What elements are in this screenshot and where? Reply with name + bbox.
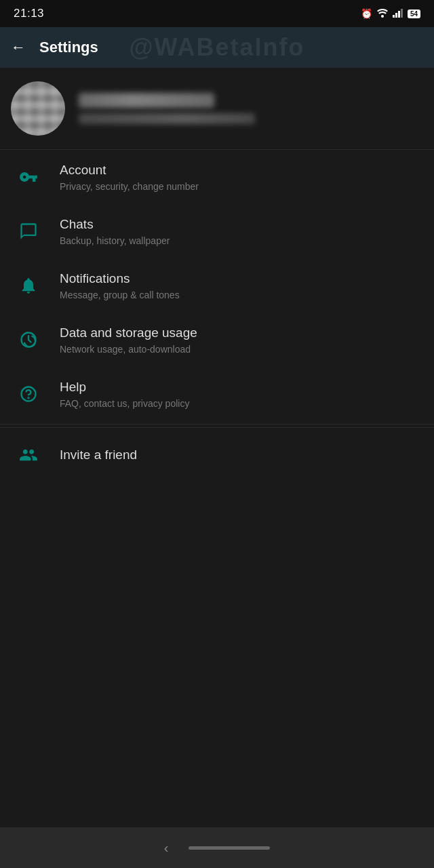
help-sublabel: FAQ, contact us, privacy policy — [60, 398, 420, 409]
data-text: Data and storage usage Network usage, au… — [60, 325, 420, 355]
chats-sublabel: Backup, history, wallpaper — [60, 235, 420, 246]
bottom-nav: ‹ — [0, 827, 434, 868]
status-icons: ⏰ 54 — [361, 8, 420, 20]
menu-item-help[interactable]: Help FAQ, contact us, privacy policy — [0, 367, 434, 421]
people-icon — [19, 446, 38, 465]
status-time: 21:13 — [14, 7, 44, 20]
data-icon-wrap — [14, 330, 43, 349]
svg-rect-2 — [395, 13, 397, 18]
account-text: Account Privacy, security, change number — [60, 162, 420, 192]
key-icon — [19, 167, 38, 186]
help-icon — [19, 384, 38, 403]
account-label: Account — [60, 162, 420, 179]
svg-rect-3 — [398, 11, 400, 18]
nav-back-chevron[interactable]: ‹ — [164, 840, 169, 856]
menu-item-invite[interactable]: Invite a friend — [0, 428, 434, 482]
invite-icon-wrap — [14, 446, 43, 465]
bell-icon — [19, 276, 38, 295]
notifications-icon-wrap — [14, 276, 43, 295]
content-spacer — [0, 655, 434, 828]
invite-section: Invite a friend — [0, 427, 434, 482]
status-bar: 21:13 ⏰ 54 — [0, 0, 434, 27]
avatar — [11, 81, 65, 136]
profile-section[interactable] — [0, 68, 434, 150]
help-label: Help — [60, 379, 420, 396]
help-icon-wrap — [14, 384, 43, 403]
chats-icon-wrap — [14, 222, 43, 241]
invite-label: Invite a friend — [60, 447, 420, 464]
account-sublabel: Privacy, security, change number — [60, 181, 420, 192]
menu-section: Account Privacy, security, change number… — [0, 150, 434, 655]
signal-icon — [393, 8, 403, 20]
chat-icon — [19, 222, 38, 241]
chats-text: Chats Backup, history, wallpaper — [60, 216, 420, 246]
page-title: Settings — [39, 39, 98, 56]
menu-item-notifications[interactable]: Notifications Message, group & call tone… — [0, 258, 434, 313]
invite-text: Invite a friend — [60, 447, 420, 464]
alarm-icon: ⏰ — [361, 8, 372, 19]
wifi-icon — [376, 8, 389, 20]
account-icon-wrap — [14, 167, 43, 186]
watermark: @WABetaInfo — [129, 33, 304, 62]
menu-item-account[interactable]: Account Privacy, security, change number — [0, 150, 434, 204]
profile-name — [79, 93, 214, 108]
profile-status — [79, 113, 255, 124]
svg-rect-4 — [401, 9, 403, 18]
help-text: Help FAQ, contact us, privacy policy — [60, 379, 420, 409]
menu-item-chats[interactable]: Chats Backup, history, wallpaper — [0, 204, 434, 258]
chats-label: Chats — [60, 216, 420, 233]
data-sublabel: Network usage, auto-download — [60, 344, 420, 355]
notifications-label: Notifications — [60, 271, 420, 288]
battery-level: 54 — [408, 9, 420, 18]
svg-point-7 — [28, 397, 28, 398]
svg-point-0 — [381, 15, 384, 18]
back-button[interactable]: ← — [11, 39, 26, 56]
data-label: Data and storage usage — [60, 325, 420, 342]
profile-info — [79, 93, 423, 124]
data-icon — [19, 330, 38, 349]
toolbar: ← Settings @WABetaInfo — [0, 27, 434, 68]
svg-rect-1 — [393, 15, 395, 18]
nav-home-pill[interactable] — [189, 846, 270, 850]
menu-divider — [0, 424, 434, 425]
notifications-sublabel: Message, group & call tones — [60, 290, 420, 300]
notifications-text: Notifications Message, group & call tone… — [60, 271, 420, 300]
menu-item-data[interactable]: Data and storage usage Network usage, au… — [0, 313, 434, 367]
